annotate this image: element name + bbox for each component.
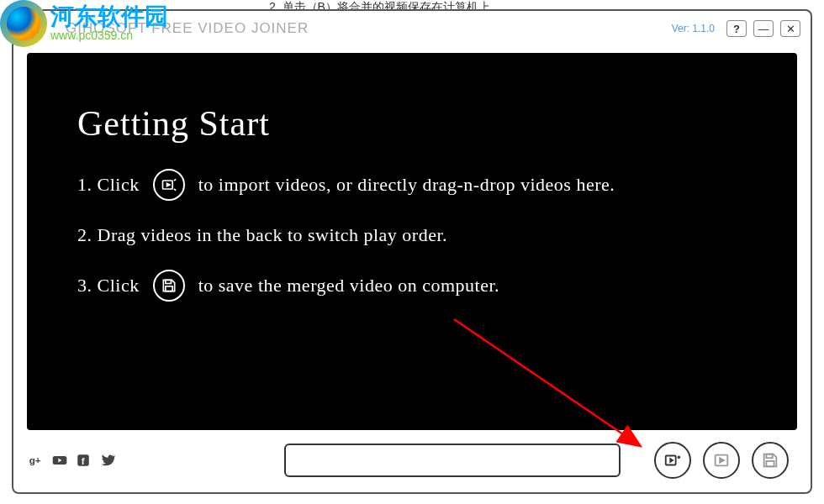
- watermark-url: www.pc0359.cn: [50, 29, 168, 43]
- import-button[interactable]: [654, 442, 691, 479]
- timeline-box[interactable]: [284, 444, 621, 477]
- heading: Getting Start: [77, 103, 755, 144]
- save-button[interactable]: [752, 442, 789, 479]
- svg-rect-1: [166, 280, 172, 283]
- instruction-step-3: 3. Click to save the merged video on com…: [77, 270, 755, 302]
- step3-suffix: to save the merged video on computer.: [198, 275, 499, 297]
- twitter-icon[interactable]: [98, 451, 116, 470]
- instruction-step-1: 1. Click to import videos, or directly d…: [77, 169, 755, 201]
- youtube-icon[interactable]: [50, 451, 69, 470]
- close-button[interactable]: ✕: [780, 20, 800, 37]
- svg-text:g+: g+: [29, 454, 41, 465]
- step2-text: 2. Drag videos in the back to switch pla…: [77, 224, 447, 246]
- instruction-step-2: 2. Drag videos in the back to switch pla…: [77, 224, 755, 246]
- svg-text:f: f: [82, 456, 85, 466]
- step3-prefix: 3. Click: [77, 275, 140, 297]
- version-label: Ver: 1.1.0: [672, 23, 715, 34]
- watermark-cn-text: 河东软件园: [50, 5, 168, 29]
- save-icon: [153, 270, 185, 302]
- svg-rect-2: [166, 286, 172, 291]
- gplus-icon[interactable]: g+: [27, 451, 45, 470]
- svg-rect-12: [766, 461, 774, 466]
- help-button[interactable]: ?: [726, 20, 747, 37]
- watermark-logo: 河东软件园 www.pc0359.cn: [0, 0, 168, 47]
- app-window: GIHOSOFT FREE VIDEO JOINER Ver: 1.1.0 ? …: [12, 9, 812, 494]
- svg-rect-11: [766, 454, 772, 459]
- play-button[interactable]: [703, 442, 740, 479]
- social-icons: g+ f: [27, 451, 116, 470]
- import-video-icon: [153, 169, 185, 201]
- facebook-icon[interactable]: f: [74, 451, 92, 470]
- minimize-button[interactable]: —: [753, 20, 774, 37]
- step1-suffix: to import videos, or directly drag-n-dro…: [198, 174, 615, 196]
- watermark-icon: [0, 0, 47, 47]
- bottom-bar: g+ f: [27, 440, 797, 480]
- main-content-area[interactable]: Getting Start 1. Click to import videos,…: [27, 53, 797, 430]
- step1-prefix: 1. Click: [77, 174, 140, 196]
- action-buttons: [654, 442, 789, 479]
